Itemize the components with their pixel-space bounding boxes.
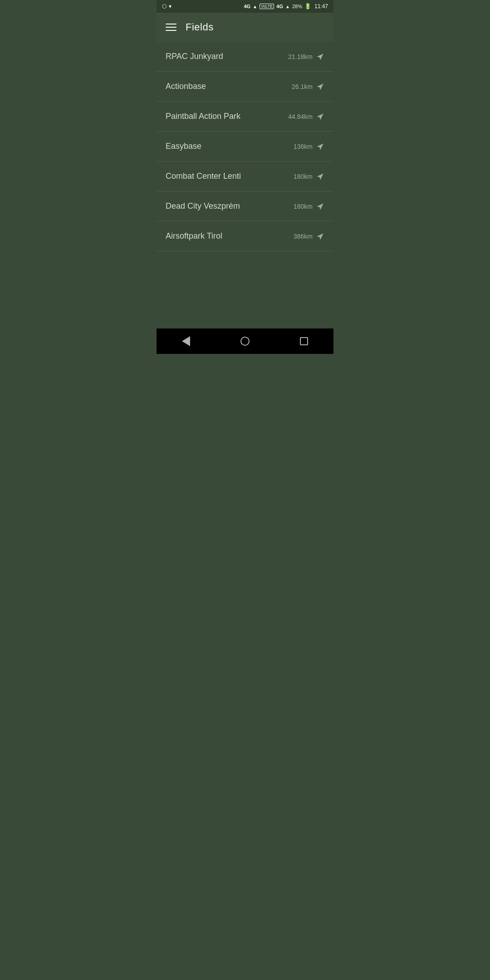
field-distance-wrapper: 26.1km	[292, 83, 324, 91]
navigate-icon	[316, 232, 324, 240]
navigate-icon	[316, 53, 324, 61]
field-distance-wrapper: 386km	[294, 232, 324, 240]
field-list: RPAC Junkyard21.18kmActionbase26.1kmPain…	[157, 42, 333, 251]
field-distance: 26.1km	[292, 83, 313, 90]
field-item[interactable]: Paintball Action Park44.84km	[157, 102, 333, 132]
nav-home-button[interactable]	[236, 332, 254, 350]
field-name: Combat Center Lenti	[166, 172, 241, 181]
network2-label: 4G	[276, 4, 283, 9]
home-icon	[240, 337, 250, 346]
fields-content: RPAC Junkyard21.18kmActionbase26.1kmPain…	[157, 42, 333, 328]
field-distance: 136km	[294, 143, 313, 150]
navigate-icon	[316, 172, 324, 181]
field-name: Actionbase	[166, 82, 206, 91]
bluetooth-icon: ⬡	[162, 3, 167, 10]
field-distance: 21.18km	[288, 53, 313, 60]
nav-back-button[interactable]	[177, 332, 195, 351]
field-distance-wrapper: 44.84km	[288, 113, 324, 121]
field-name: RPAC Junkyard	[166, 52, 223, 61]
field-item[interactable]: RPAC Junkyard21.18km	[157, 42, 333, 72]
back-icon	[182, 336, 190, 346]
field-name: Paintball Action Park	[166, 112, 240, 121]
field-distance-wrapper: 21.18km	[288, 53, 324, 61]
page-title: Fields	[186, 21, 214, 33]
field-name: Airsoftpark Tirol	[166, 231, 222, 241]
battery-icon: 🔋	[304, 3, 311, 10]
wifi-icon: ▾	[169, 3, 172, 10]
field-item[interactable]: Easybase136km	[157, 132, 333, 162]
app-bar: Fields	[157, 13, 333, 42]
navigate-icon	[316, 202, 324, 211]
nav-bar	[157, 328, 333, 354]
status-bar: ⬡ ▾ 4G ▲ VoLTE 4G ▲ 28% 🔋 11:47	[157, 0, 333, 13]
recent-icon	[300, 337, 308, 345]
field-distance-wrapper: 180km	[294, 202, 324, 211]
field-distance: 386km	[294, 233, 313, 240]
field-name: Easybase	[166, 142, 201, 151]
battery-label: 28%	[292, 4, 302, 9]
signal2-icon: ▲	[285, 4, 290, 9]
field-item[interactable]: Actionbase26.1km	[157, 72, 333, 102]
network1-label: 4G	[244, 4, 250, 9]
field-distance: 180km	[294, 173, 313, 180]
signal1-icon: ▲	[253, 4, 257, 9]
nav-recent-button[interactable]	[295, 333, 313, 350]
field-distance: 180km	[294, 203, 313, 210]
field-distance-wrapper: 136km	[294, 142, 324, 151]
volte-label: VoLTE	[260, 4, 274, 9]
field-distance-wrapper: 180km	[294, 172, 324, 181]
navigate-icon	[316, 83, 324, 91]
field-name: Dead City Veszprém	[166, 201, 240, 211]
menu-button[interactable]	[166, 24, 176, 31]
time-label: 11:47	[314, 3, 328, 10]
navigate-icon	[316, 142, 324, 151]
field-distance: 44.84km	[288, 113, 313, 120]
navigate-icon	[316, 113, 324, 121]
field-item[interactable]: Combat Center Lenti180km	[157, 162, 333, 191]
field-item[interactable]: Dead City Veszprém180km	[157, 191, 333, 221]
field-item[interactable]: Airsoftpark Tirol386km	[157, 221, 333, 251]
